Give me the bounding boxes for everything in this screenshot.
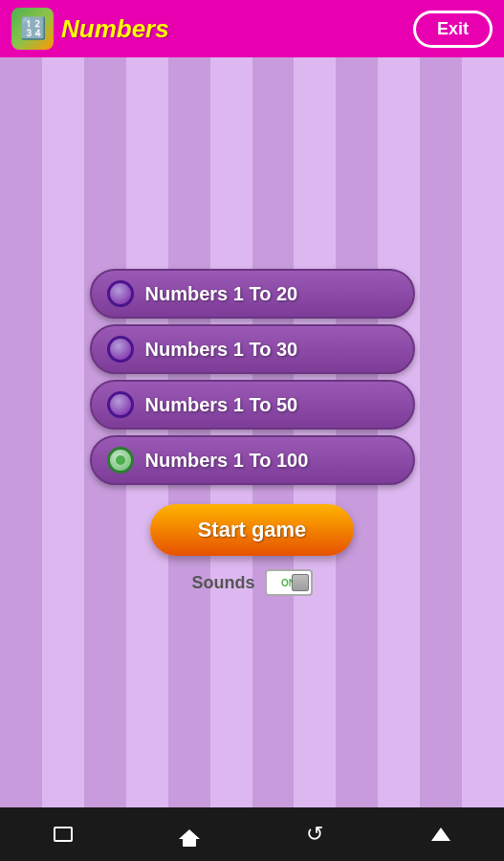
home-icon: [179, 829, 200, 839]
toggle-slider: [292, 574, 309, 591]
option-label-4: Numbers 1 To 100: [145, 450, 309, 472]
option-label-2: Numbers 1 To 30: [145, 339, 298, 361]
up-icon: [431, 828, 450, 841]
recent-apps-button[interactable]: [44, 815, 82, 853]
radio-circle-1: [107, 280, 134, 307]
back-icon: ↺: [306, 822, 323, 847]
stripe: [0, 57, 42, 807]
stripe: [462, 57, 504, 807]
main-content: Numbers 1 To 20Numbers 1 To 30Numbers 1 …: [0, 57, 504, 807]
sounds-toggle[interactable]: ON: [265, 569, 313, 596]
app: Numbers Exit Numbers 1 To 20Numbers 1 To…: [0, 0, 504, 861]
stripe: [420, 57, 462, 807]
bottom-nav-bar: ↺: [0, 807, 504, 861]
top-bar: Numbers Exit: [0, 0, 504, 57]
radio-circle-3: [107, 391, 134, 418]
option-row-4[interactable]: Numbers 1 To 100: [90, 435, 415, 485]
start-game-button[interactable]: Start game: [150, 504, 355, 556]
logo-area: Numbers: [11, 8, 169, 50]
stripe: [42, 57, 84, 807]
app-logo-icon: [11, 8, 54, 50]
option-row-2[interactable]: Numbers 1 To 30: [90, 324, 415, 374]
back-button[interactable]: ↺: [296, 815, 334, 853]
option-row-3[interactable]: Numbers 1 To 50: [90, 380, 415, 430]
home-button[interactable]: [170, 815, 208, 853]
exit-button[interactable]: Exit: [413, 11, 493, 48]
center-panel: Numbers 1 To 20Numbers 1 To 30Numbers 1 …: [90, 269, 415, 596]
up-button[interactable]: [422, 815, 460, 853]
sounds-label: Sounds: [192, 573, 255, 593]
toggle-track: ON: [267, 571, 311, 594]
radio-circle-2: [107, 336, 134, 363]
recent-apps-icon: [54, 827, 73, 842]
options-container: Numbers 1 To 20Numbers 1 To 30Numbers 1 …: [90, 269, 415, 485]
radio-circle-4: [107, 447, 134, 474]
option-label-3: Numbers 1 To 50: [145, 394, 298, 416]
option-row-1[interactable]: Numbers 1 To 20: [90, 269, 415, 319]
option-label-1: Numbers 1 To 20: [145, 283, 298, 305]
radio-dot-4: [116, 455, 125, 465]
sounds-row: Sounds ON: [192, 569, 313, 596]
app-title: Numbers: [61, 14, 169, 44]
